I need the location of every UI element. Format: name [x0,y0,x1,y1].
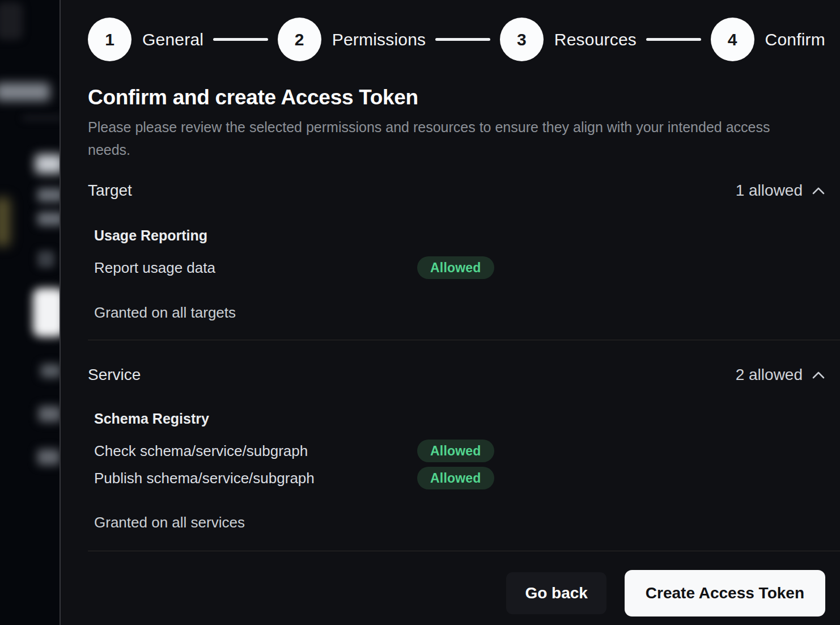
allowed-count-text: 1 allowed [736,181,803,200]
step-confirm[interactable]: 4 Confirm [711,18,825,61]
permission-group-name: Usage Reporting [94,227,825,244]
backdrop-blur-shape [41,364,60,378]
section-title: Service [88,366,141,384]
granted-note: Granted on all services [94,514,825,531]
wizard-stepper: 1 General 2 Permissions 3 Resources 4 Co… [88,18,825,61]
permission-label: Publish schema/service/subgraph [94,470,417,487]
footer-divider [88,551,840,551]
step-label: Confirm [765,30,825,49]
chevron-up-icon[interactable] [812,370,825,379]
permission-row: Check schema/service/subgraph Allowed [94,440,825,462]
create-access-token-button[interactable]: Create Access Token [625,570,825,616]
page-description: Please please review the selected permis… [88,116,791,161]
backdrop-blur-shape [37,251,54,268]
page-title: Confirm and create Access Token [88,86,825,109]
step-label: Resources [554,30,637,49]
allowed-count-text: 2 allowed [736,366,803,384]
permission-group-name: Schema Registry [94,410,825,427]
backdrop-blur-shape [37,449,60,465]
backdrop-blur-shape [0,2,23,40]
step-label: General [142,30,203,49]
status-badge: Allowed [417,256,494,279]
backdrop-blur-shape [39,406,60,422]
access-token-wizard-panel: 1 General 2 Permissions 3 Resources 4 Co… [60,0,840,625]
section-header-target[interactable]: Target 1 allowed [88,180,825,201]
step-permissions[interactable]: 2 Permissions [278,18,426,61]
background-app-blurred [0,0,60,625]
permission-row: Publish schema/service/subgraph Allowed [94,467,825,489]
permission-label: Report usage data [94,259,417,277]
chevron-up-icon[interactable] [812,186,825,195]
step-number-circle: 2 [278,18,321,61]
section-allowed-count: 1 allowed [736,181,825,200]
permission-row: Report usage data Allowed [94,256,825,279]
backdrop-blur-shape [0,197,10,246]
step-connector-line [435,38,490,41]
backdrop-blur-shape [37,188,60,202]
step-number-circle: 1 [88,18,131,61]
backdrop-blur-shape [37,212,60,226]
step-label: Permissions [332,30,426,49]
backdrop-blur-shape [35,154,60,174]
permission-label: Check schema/service/subgraph [94,442,417,460]
section-divider [88,340,840,340]
step-number-circle: 4 [711,18,754,61]
wizard-footer: Go back Create Access Token [88,570,825,616]
step-resources[interactable]: 3 Resources [500,18,637,61]
step-number-circle: 3 [500,18,544,61]
step-connector-line [213,38,268,41]
backdrop-blur-shape [23,116,60,120]
step-general[interactable]: 1 General [88,18,203,61]
backdrop-blur-shape [0,83,50,101]
granted-note: Granted on all targets [94,304,825,321]
section-allowed-count: 2 allowed [736,366,825,384]
go-back-button[interactable]: Go back [506,572,606,614]
status-badge: Allowed [417,440,494,462]
status-badge: Allowed [417,467,494,489]
section-title: Target [88,181,132,200]
section-header-service[interactable]: Service 2 allowed [88,365,825,385]
backdrop-blur-shape [33,288,60,337]
step-connector-line [646,38,701,41]
